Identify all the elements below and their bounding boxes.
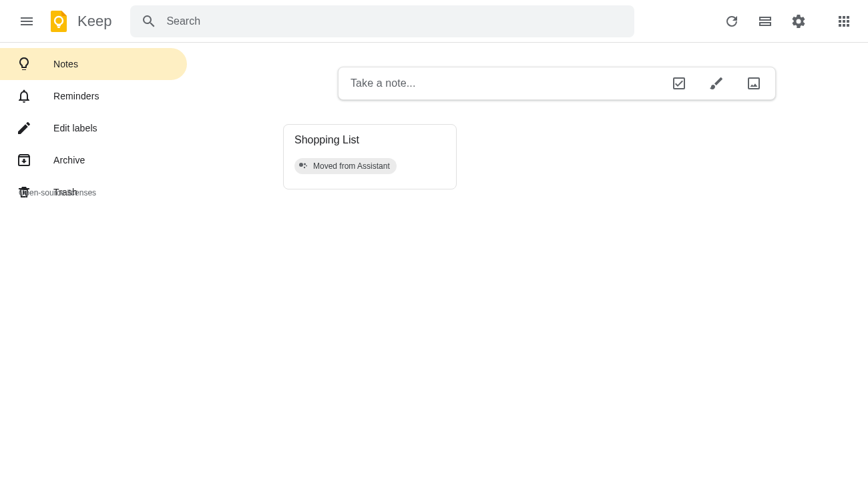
svg-point-6 bbox=[306, 165, 307, 167]
settings-button[interactable] bbox=[783, 5, 815, 37]
note-title: Shopping List bbox=[294, 134, 445, 146]
app-name: Keep bbox=[77, 13, 112, 30]
svg-point-5 bbox=[304, 167, 305, 168]
archive-icon bbox=[8, 144, 40, 176]
sidebar-item-notes[interactable]: Notes bbox=[0, 48, 187, 80]
refresh-icon bbox=[724, 13, 740, 29]
svg-point-3 bbox=[299, 163, 303, 167]
sidebar-item-edit-labels[interactable]: Edit labels bbox=[0, 112, 187, 144]
app-logo-title[interactable]: Keep bbox=[45, 8, 112, 35]
search-button[interactable] bbox=[136, 8, 162, 35]
list-view-button[interactable] bbox=[749, 5, 781, 37]
pencil-icon bbox=[8, 112, 40, 144]
svg-point-4 bbox=[304, 163, 306, 165]
note-chip[interactable]: Moved from Assistant bbox=[294, 158, 397, 174]
header: Keep bbox=[0, 0, 868, 43]
sidebar-item-label: Edit labels bbox=[53, 123, 97, 133]
hamburger-icon bbox=[19, 13, 35, 29]
new-drawing-button[interactable] bbox=[700, 67, 732, 99]
sidebar-item-reminders[interactable]: Reminders bbox=[0, 80, 187, 112]
take-note-bar[interactable]: Take a note... bbox=[338, 67, 776, 100]
open-source-licenses-link[interactable]: Open-source licenses bbox=[19, 188, 96, 197]
search-icon bbox=[141, 13, 157, 29]
keep-logo-icon bbox=[45, 8, 72, 35]
sidebar-item-label: Reminders bbox=[53, 91, 99, 101]
gear-icon bbox=[791, 13, 807, 29]
sidebar-item-label: Archive bbox=[53, 155, 85, 165]
main-menu-button[interactable] bbox=[11, 5, 43, 37]
assistant-icon bbox=[298, 161, 308, 171]
header-actions bbox=[716, 5, 860, 37]
brush-icon bbox=[708, 75, 724, 91]
take-note-actions bbox=[658, 67, 770, 99]
search-input[interactable] bbox=[162, 15, 629, 27]
list-view-icon bbox=[757, 13, 773, 29]
sidebar-item-label: Notes bbox=[53, 59, 78, 69]
new-list-button[interactable] bbox=[663, 67, 695, 99]
apps-grid-icon bbox=[836, 13, 852, 29]
svg-rect-2 bbox=[57, 27, 60, 28]
lightbulb-icon bbox=[8, 48, 40, 80]
svg-rect-1 bbox=[57, 25, 61, 27]
google-apps-button[interactable] bbox=[828, 5, 860, 37]
new-image-note-button[interactable] bbox=[738, 67, 770, 99]
sidebar-item-archive[interactable]: Archive bbox=[0, 144, 187, 176]
main-content: Take a note... Shopping List bbox=[187, 43, 868, 483]
note-card[interactable]: Shopping List Moved from Assistant bbox=[283, 124, 457, 189]
checkbox-icon bbox=[671, 75, 687, 91]
refresh-button[interactable] bbox=[716, 5, 748, 37]
sidebar: Notes Reminders Edit labels Archive Tras… bbox=[0, 43, 187, 208]
take-note-placeholder: Take a note... bbox=[351, 77, 658, 89]
image-icon bbox=[746, 75, 762, 91]
bell-icon bbox=[8, 80, 40, 112]
chip-label: Moved from Assistant bbox=[313, 161, 390, 171]
search-bar[interactable] bbox=[130, 5, 634, 37]
